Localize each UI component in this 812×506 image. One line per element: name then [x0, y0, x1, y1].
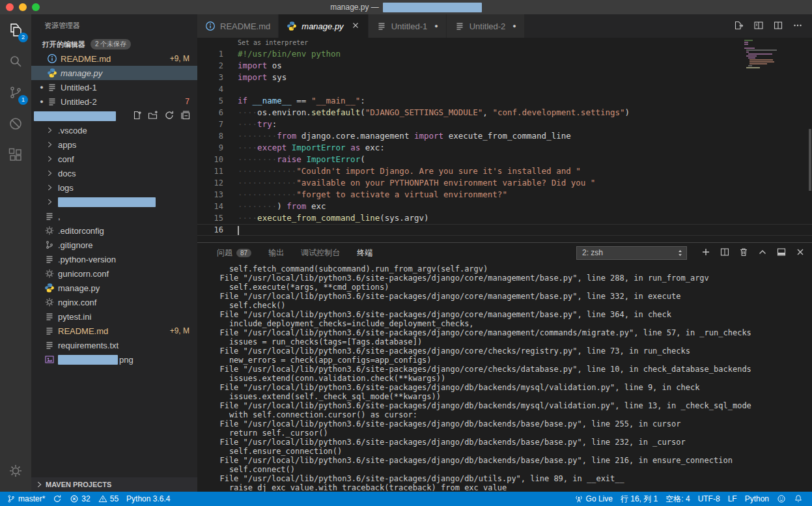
more-actions-icon[interactable]	[792, 20, 803, 33]
close-window-button[interactable]	[6, 3, 14, 11]
new-folder-button[interactable]	[148, 110, 158, 122]
tab-untitled-1[interactable]: Untitled-1●	[369, 14, 447, 38]
tree-item-pytest-ini[interactable]: pytest.ini	[31, 309, 197, 324]
indentation[interactable]: 空格: 4	[662, 492, 693, 506]
panel-tab-problems[interactable]: 问题87	[217, 247, 251, 259]
file-icon	[44, 340, 55, 350]
new-terminal-button[interactable]	[701, 247, 711, 259]
open-editor-manage-py[interactable]: manage.py	[31, 66, 197, 80]
tree-item-docs[interactable]: docs	[31, 166, 197, 180]
activity-source-control[interactable]: 1	[0, 77, 31, 108]
python-interpreter[interactable]: Python 3.6.4	[122, 492, 174, 506]
open-editor-untitled-2[interactable]: ●Untitled-27	[31, 94, 197, 109]
terminal-output[interactable]: self.fetch_command(subcommand).run_from_…	[197, 262, 812, 492]
maximize-panel-button[interactable]	[757, 247, 768, 259]
activity-debug[interactable]	[0, 108, 31, 139]
code-text: ············"forget to activate a virtua…	[223, 189, 507, 201]
file-name: Untitled-1	[61, 83, 97, 92]
code-line: 13············"forget to activate a virt…	[197, 189, 812, 201]
zoom-window-button[interactable]	[32, 3, 40, 11]
code-line: 15····execute_from_command_line(sys.argv…	[197, 212, 812, 224]
open-editor-untitled-1[interactable]: ●Untitled-1	[31, 80, 197, 94]
tree-item-item[interactable]: ,	[31, 209, 197, 223]
code-editor[interactable]: Set as interpreter 1#!/usr/bin/env pytho…	[197, 38, 812, 242]
terminal-picker-select[interactable]: 2: zsh	[576, 246, 687, 260]
file-name: ,	[58, 212, 61, 221]
go-live[interactable]: Go Live	[570, 492, 617, 506]
activity-extensions[interactable]	[0, 139, 31, 171]
error-count[interactable]: 32	[66, 492, 94, 506]
panel-tab-output[interactable]: 输出	[268, 247, 284, 259]
tab-readme-md[interactable]: README.md	[197, 14, 279, 38]
maven-projects-section[interactable]: MAVEN PROJECTS	[31, 477, 197, 492]
tree-item-gunicorn-conf[interactable]: gunicorn.conf	[31, 266, 197, 281]
code-text: ········from django.core.management impo…	[223, 130, 571, 142]
folder-section-header[interactable]	[31, 109, 197, 123]
line-number: 14	[197, 201, 223, 212]
tree-item-apps[interactable]: apps	[31, 137, 197, 152]
new-file-button[interactable]	[132, 110, 142, 122]
tree-item-python-version[interactable]: .python-version	[31, 252, 197, 266]
file-icon	[47, 82, 57, 92]
open-changes-icon[interactable]	[734, 20, 744, 33]
panel-tab-label: 终端	[357, 247, 372, 259]
file-icon	[44, 211, 55, 221]
git-status-badge: +9, M	[170, 326, 197, 335]
panel-position-button[interactable]	[776, 247, 787, 259]
tree-item-redacted[interactable]	[31, 195, 197, 209]
editor-scrollbar[interactable]	[809, 129, 811, 191]
tree-item-editorconfig[interactable]: .editorconfig	[31, 223, 197, 238]
refresh-button[interactable]	[164, 110, 175, 122]
tree-item-requirements-txt[interactable]: requirements.txt	[31, 338, 197, 352]
terminal-line: File "/usr/local/lib/python3.6/site-pack…	[210, 419, 812, 429]
split-terminal-button[interactable]	[720, 247, 730, 259]
language-mode[interactable]: Python	[741, 492, 773, 506]
python-icon	[44, 283, 55, 293]
minimap[interactable]	[744, 40, 804, 71]
open-editor-readme-md[interactable]: README.md+9, M	[31, 51, 197, 66]
collapse-all-button[interactable]	[180, 110, 191, 122]
sync-button[interactable]	[49, 492, 66, 506]
warning-count[interactable]: 55	[94, 492, 122, 506]
tree-item-manage-py[interactable]: manage.py	[31, 281, 197, 295]
git-branch[interactable]: master*	[3, 492, 49, 506]
terminal-line: File "/usr/local/lib/python3.6/site-pack…	[210, 346, 812, 356]
minimize-window-button[interactable]	[19, 3, 27, 11]
tree-item-png[interactable]: png	[31, 352, 197, 367]
split-editor-icon[interactable]	[773, 20, 783, 33]
code-text: ····os.environ.setdefault("DJANGO_SETTIN…	[223, 107, 630, 119]
line-number: 7	[197, 119, 223, 130]
code-lens[interactable]: Set as interpreter	[238, 38, 812, 48]
panel-tab-debug-console[interactable]: 调试控制台	[301, 247, 340, 259]
tree-item-gitignore[interactable]: .gitignore	[31, 238, 197, 252]
open-editors-header[interactable]: 打开的编辑器 2 个未保存	[31, 37, 197, 51]
tree-item-logs[interactable]: logs	[31, 180, 197, 195]
tab-manage-py[interactable]: manage.py	[279, 14, 368, 38]
notifications-bell[interactable]	[790, 492, 807, 506]
eol[interactable]: LF	[724, 492, 741, 506]
line-number: 13	[197, 189, 223, 201]
window-title: manage.py —	[330, 3, 482, 12]
activity-explorer[interactable]: 2	[0, 14, 31, 46]
tree-item-vscode[interactable]: .vscode	[31, 123, 197, 137]
go-live-label: Go Live	[586, 494, 613, 503]
encoding[interactable]: UTF-8	[694, 492, 724, 506]
close-panel-button[interactable]	[795, 247, 805, 259]
tree-item-readme-md[interactable]: README.md+9, M	[31, 324, 197, 338]
settings-gear[interactable]	[0, 455, 31, 486]
open-preview-icon[interactable]	[753, 20, 764, 33]
cursor-position[interactable]: 行 16, 列 1	[617, 492, 662, 506]
feedback-smiley[interactable]	[773, 492, 790, 506]
terminal-line: issues.extend(conn.validation.check(**kw…	[210, 374, 812, 383]
code-line: 6····os.environ.setdefault("DJANGO_SETTI…	[197, 107, 812, 119]
tab-label: Untitled-2	[469, 21, 506, 31]
kill-terminal-button[interactable]	[738, 247, 749, 259]
tree-item-conf[interactable]: conf	[31, 152, 197, 166]
tree-item-nginx-conf[interactable]: nginx.conf	[31, 295, 197, 309]
panel-tab-terminal[interactable]: 终端	[357, 247, 372, 259]
close-icon[interactable]	[351, 21, 360, 32]
tab-untitled-2[interactable]: Untitled-2●	[447, 14, 525, 38]
file-name: png	[119, 355, 133, 365]
warning-icon	[98, 494, 107, 503]
activity-search[interactable]	[0, 46, 31, 77]
